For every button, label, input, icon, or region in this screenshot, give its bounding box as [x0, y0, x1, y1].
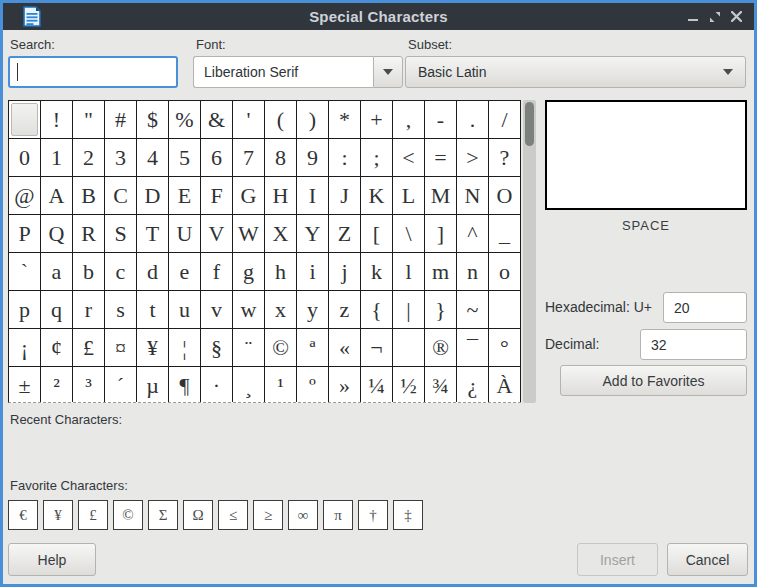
char-cell[interactable]: W	[233, 215, 265, 253]
char-cell[interactable]: &	[201, 101, 233, 139]
char-cell[interactable]: K	[361, 177, 393, 215]
char-cell[interactable]: G	[233, 177, 265, 215]
maximize-button[interactable]	[707, 9, 722, 24]
char-cell[interactable]: (	[265, 101, 297, 139]
char-cell[interactable]: k	[361, 253, 393, 291]
char-cell[interactable]: £	[73, 329, 105, 367]
char-cell[interactable]: g	[233, 253, 265, 291]
favorite-char-button[interactable]: Ω	[183, 500, 213, 530]
char-cell[interactable]: l	[393, 253, 425, 291]
char-cell[interactable]: *	[329, 101, 361, 139]
char-cell[interactable]: j	[329, 253, 361, 291]
add-to-favorites-button[interactable]: Add to Favorites	[560, 365, 747, 396]
char-cell[interactable]: ¹	[265, 367, 297, 403]
char-cell[interactable]: C	[105, 177, 137, 215]
char-cell[interactable]: \	[393, 215, 425, 253]
char-cell[interactable]: o	[489, 253, 521, 291]
char-cell[interactable]: '	[233, 101, 265, 139]
favorite-char-button[interactable]: €	[8, 500, 38, 530]
char-cell[interactable]: y	[297, 291, 329, 329]
char-cell[interactable]: B	[73, 177, 105, 215]
char-cell[interactable]: "	[73, 101, 105, 139]
char-cell[interactable]: .	[457, 101, 489, 139]
char-cell[interactable]: À	[489, 367, 521, 403]
char-cell[interactable]: R	[73, 215, 105, 253]
char-cell[interactable]: U	[169, 215, 201, 253]
char-cell[interactable]: x	[265, 291, 297, 329]
char-cell[interactable]: 6	[201, 139, 233, 177]
char-cell[interactable]: ¥	[137, 329, 169, 367]
char-cell[interactable]	[9, 101, 41, 139]
favorite-char-button[interactable]: Σ	[148, 500, 178, 530]
char-cell[interactable]: 2	[73, 139, 105, 177]
char-cell[interactable]: s	[105, 291, 137, 329]
font-combobox[interactable]: Liberation Serif	[193, 56, 403, 88]
favorite-char-button[interactable]: ©	[113, 500, 143, 530]
char-cell[interactable]: ^	[457, 215, 489, 253]
char-cell[interactable]: ]	[425, 215, 457, 253]
char-cell[interactable]: Z	[329, 215, 361, 253]
char-cell[interactable]: q	[41, 291, 73, 329]
minimize-button[interactable]	[685, 9, 700, 24]
char-cell[interactable]: b	[73, 253, 105, 291]
char-cell[interactable]: f	[201, 253, 233, 291]
char-cell[interactable]: ¨	[233, 329, 265, 367]
close-button[interactable]	[729, 9, 744, 24]
favorite-char-button[interactable]: ≥	[253, 500, 283, 530]
char-cell[interactable]	[489, 291, 521, 329]
char-cell[interactable]: T	[137, 215, 169, 253]
char-cell[interactable]: {	[361, 291, 393, 329]
char-cell[interactable]: ´	[105, 367, 137, 403]
grid-scrollbar-thumb[interactable]	[525, 102, 534, 146]
char-cell[interactable]: v	[201, 291, 233, 329]
char-cell[interactable]: =	[425, 139, 457, 177]
char-cell[interactable]: V	[201, 215, 233, 253]
char-cell[interactable]: u	[169, 291, 201, 329]
char-cell[interactable]: [	[361, 215, 393, 253]
char-cell[interactable]: ¦	[169, 329, 201, 367]
char-cell[interactable]: P	[9, 215, 41, 253]
char-cell[interactable]: 4	[137, 139, 169, 177]
char-cell[interactable]: ²	[41, 367, 73, 403]
help-button[interactable]: Help	[8, 543, 96, 576]
char-cell[interactable]: <	[393, 139, 425, 177]
char-cell[interactable]: ¶	[169, 367, 201, 403]
favorite-char-button[interactable]: ‡	[393, 500, 423, 530]
char-cell[interactable]: w	[233, 291, 265, 329]
char-cell[interactable]: %	[169, 101, 201, 139]
char-cell[interactable]: ~	[457, 291, 489, 329]
char-cell[interactable]: +	[361, 101, 393, 139]
char-cell[interactable]: -	[425, 101, 457, 139]
char-cell[interactable]: µ	[137, 367, 169, 403]
char-cell[interactable]: J	[329, 177, 361, 215]
font-value[interactable]: Liberation Serif	[193, 56, 373, 88]
char-cell[interactable]: _	[489, 215, 521, 253]
char-cell[interactable]: ¢	[41, 329, 73, 367]
char-cell[interactable]: ,	[393, 101, 425, 139]
favorite-char-button[interactable]: ∞	[288, 500, 318, 530]
char-cell[interactable]: ?	[489, 139, 521, 177]
cancel-button[interactable]: Cancel	[667, 543, 748, 576]
char-cell[interactable]: ³	[73, 367, 105, 403]
char-cell[interactable]: a	[41, 253, 73, 291]
char-cell[interactable]: `	[9, 253, 41, 291]
char-cell[interactable]: ¼	[361, 367, 393, 403]
char-cell[interactable]: 3	[105, 139, 137, 177]
char-cell[interactable]: 8	[265, 139, 297, 177]
char-cell[interactable]: 0	[9, 139, 41, 177]
char-cell[interactable]: D	[137, 177, 169, 215]
favorite-char-button[interactable]: π	[323, 500, 353, 530]
char-cell[interactable]: p	[9, 291, 41, 329]
char-cell[interactable]: º	[297, 367, 329, 403]
char-cell[interactable]: 7	[233, 139, 265, 177]
char-cell[interactable]: $	[137, 101, 169, 139]
subset-dropdown[interactable]: Basic Latin	[405, 56, 746, 88]
char-cell[interactable]: @	[9, 177, 41, 215]
char-cell[interactable]: ¯	[457, 329, 489, 367]
char-cell[interactable]: :	[329, 139, 361, 177]
char-cell[interactable]: ¬	[361, 329, 393, 367]
search-input[interactable]	[8, 56, 178, 88]
char-cell[interactable]: n	[457, 253, 489, 291]
char-cell[interactable]: S	[105, 215, 137, 253]
char-cell[interactable]: §	[201, 329, 233, 367]
